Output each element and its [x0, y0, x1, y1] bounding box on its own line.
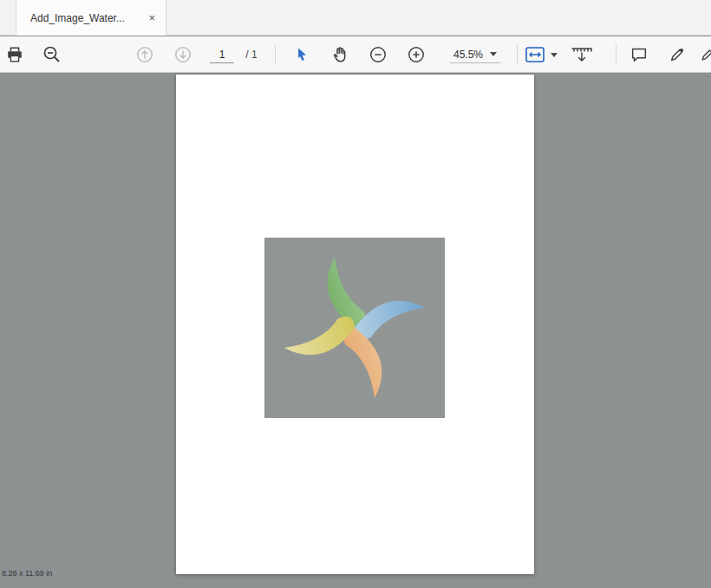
scrolling-mode-icon	[571, 45, 593, 64]
next-page-icon	[173, 45, 192, 64]
zoom-in-icon	[407, 45, 426, 64]
document-canvas[interactable]: 8.26 x 11.69 in	[0, 73, 711, 588]
highlighter-icon	[668, 45, 687, 64]
hand-tool-button[interactable]	[329, 36, 351, 73]
select-tool-icon	[293, 45, 310, 64]
document-tab[interactable]: Add_Image_Water... ×	[16, 0, 166, 36]
page-number-input[interactable]	[210, 46, 234, 63]
chevron-down-icon	[551, 53, 558, 57]
pdf-page[interactable]	[176, 75, 534, 574]
swirl-logo-icon	[282, 255, 427, 401]
zoom-in-button[interactable]	[405, 36, 427, 73]
hand-tool-icon	[329, 44, 350, 65]
chevron-down-icon	[490, 52, 497, 56]
fit-page-icon	[525, 46, 545, 63]
main-toolbar: / 1 45.5%	[0, 36, 711, 73]
pen-icon	[699, 45, 711, 64]
search-icon	[42, 44, 62, 65]
pen-tool-button[interactable]	[699, 36, 711, 73]
page-size-label: 8.26 x 11.69 in	[2, 569, 52, 578]
zoom-level-value: 45.5%	[453, 49, 483, 61]
previous-page-icon	[135, 45, 154, 64]
zoom-out-icon	[369, 45, 388, 64]
print-button[interactable]	[3, 36, 26, 73]
printer-icon	[5, 45, 24, 64]
zoom-level-select[interactable]: 45.5%	[444, 36, 506, 73]
select-tool-button[interactable]	[291, 36, 312, 73]
comment-icon	[629, 45, 649, 64]
page-fit-button[interactable]	[524, 36, 558, 73]
toolbar-divider	[517, 44, 518, 65]
toolbar-divider	[616, 44, 616, 65]
pdf-viewer-window: Add_Image_Water... ×	[0, 0, 711, 588]
zoom-out-button[interactable]	[367, 36, 389, 73]
scrolling-mode-button[interactable]	[569, 36, 595, 73]
swirl-watermark-image	[264, 238, 445, 418]
comment-button[interactable]	[628, 36, 650, 73]
page-number-field-wrap	[208, 36, 236, 73]
page-total-label: / 1	[239, 36, 264, 73]
next-page-button[interactable]	[172, 36, 194, 73]
toolbar-divider	[275, 44, 276, 65]
document-tab-title: Add_Image_Water...	[30, 12, 147, 24]
highlight-button[interactable]	[666, 36, 688, 73]
tab-bar: Add_Image_Water... ×	[0, 0, 711, 36]
tab-close-icon[interactable]: ×	[147, 12, 157, 23]
find-button[interactable]	[40, 36, 64, 73]
previous-page-button[interactable]	[134, 36, 156, 73]
